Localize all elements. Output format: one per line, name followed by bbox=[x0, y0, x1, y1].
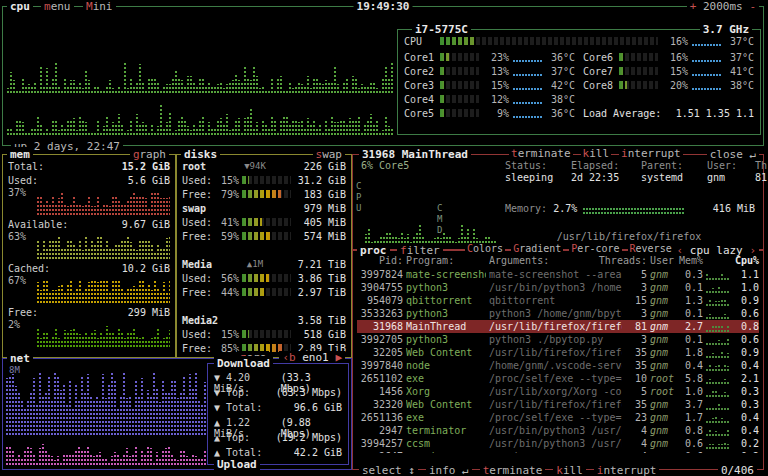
program-cell: mate-screensho bbox=[406, 268, 486, 281]
process-row[interactable]: 2647compizcompiz4gnm0.60.2 bbox=[357, 450, 759, 453]
interval-increase-button[interactable]: + bbox=[690, 0, 697, 13]
process-row[interactable]: 32320Web Content/usr/lib/firefox/firefox… bbox=[357, 398, 759, 411]
info-button[interactable]: info ↵ bbox=[426, 464, 472, 476]
process-row[interactable]: 1456Xorg/usr/lib/xorg/Xorg -core :0 -5ro… bbox=[357, 385, 759, 398]
disk-free-label: Free: bbox=[182, 189, 212, 200]
pid-cell: 32320 bbox=[357, 398, 403, 411]
user-header[interactable]: User: bbox=[650, 254, 676, 267]
footer-interrupt-button[interactable]: interrupt bbox=[594, 464, 660, 476]
core-row: Core1 23% 36°C bbox=[404, 50, 575, 64]
program-header[interactable]: Program: bbox=[406, 254, 486, 267]
row-cpu-graph bbox=[706, 361, 730, 371]
cpu-model: i7-5775C bbox=[412, 22, 471, 37]
mem-header[interactable]: Mem% bbox=[679, 254, 703, 267]
program-cell: python3 bbox=[406, 333, 486, 346]
threads-cell: 4 bbox=[625, 437, 647, 450]
net-stat-row: ▲ Top:(19.2 Mbps) bbox=[214, 432, 342, 447]
user-cell: gnm bbox=[650, 359, 676, 372]
pid-cell: 32205 bbox=[357, 346, 403, 359]
mem-stat-percent: 37% bbox=[8, 187, 34, 217]
process-row[interactable]: 3992705python3python3 ./bpytop.py3gnm0.1… bbox=[357, 333, 759, 346]
detail-info-grid: Status: Elapsed: Parent: User: Threads: … bbox=[505, 160, 755, 183]
disk-used-meter bbox=[242, 274, 291, 282]
threads-cell: 10 bbox=[625, 372, 647, 385]
mem-box-title: mem bbox=[7, 147, 33, 162]
disk-used-value: 405 MiB bbox=[294, 217, 346, 228]
mem-stat-value: 9.67 GiB bbox=[122, 219, 170, 230]
process-row[interactable]: 954079qbittorrentqbittorrent15gnm1.30.9 bbox=[357, 294, 759, 307]
per-core-option[interactable]: Per-core bbox=[569, 243, 621, 254]
mem-graph-toggle[interactable]: graph bbox=[130, 147, 169, 162]
process-row[interactable]: 3904755python3/usr/bin/python3 /home/gnm… bbox=[357, 281, 759, 294]
cpu-box-title: cpu bbox=[7, 0, 33, 14]
disk-used-value: 518 GiB bbox=[294, 329, 346, 340]
reverse-option[interactable]: Reverse bbox=[628, 243, 674, 254]
mem-stat-percent: 2% bbox=[8, 319, 34, 349]
process-row-selected[interactable]: 31968MainThread/usr/lib/firefox/firefox8… bbox=[357, 320, 759, 333]
gradient-option[interactable]: Gradient bbox=[511, 243, 563, 254]
detail-memory-label: Memory: bbox=[505, 203, 547, 214]
cpu-cell: 0.6 bbox=[733, 307, 759, 320]
program-cell: python3 bbox=[406, 281, 486, 294]
detail-header: Parent: bbox=[641, 160, 699, 171]
core-temp: 38°C bbox=[726, 80, 754, 91]
disk-free-label: Free: bbox=[182, 287, 212, 298]
process-row[interactable]: 3533263python3python3 /home/gnm/bpytop/b… bbox=[357, 307, 759, 320]
disk-used-value: 3.86 TiB bbox=[294, 273, 346, 284]
select-button[interactable]: select ↕ bbox=[359, 464, 418, 476]
process-row[interactable]: 2651136exe/proc/self/exe --type=rendere2… bbox=[357, 411, 759, 424]
process-row[interactable]: 2651102exe/proc/self/exe --type=gpu-pro1… bbox=[357, 372, 759, 385]
user-cell: gnm bbox=[650, 398, 676, 411]
cpu-vertical-label: CPU bbox=[356, 181, 364, 214]
interval-decrease-button[interactable]: - bbox=[749, 0, 756, 13]
pid-header[interactable]: Pid: bbox=[357, 254, 403, 267]
process-row[interactable]: 32205Web Content/usr/lib/firefox/firefox… bbox=[357, 346, 759, 359]
core-temp-graph bbox=[692, 67, 722, 76]
process-row[interactable]: 3997824mate-screenshomate-screenshot --a… bbox=[357, 268, 759, 281]
disk-free-value: 183 GiB bbox=[294, 189, 346, 200]
footer-kill-button[interactable]: kill bbox=[553, 464, 586, 476]
core-temp-graph bbox=[692, 53, 722, 62]
mem-stat-label: Cached: bbox=[8, 263, 50, 274]
net-stat-row: ▼ 4.20 MiB/s(33.3 Mbps) bbox=[214, 372, 342, 387]
detail-header: User: bbox=[707, 160, 747, 171]
footer-terminate-button[interactable]: terminate bbox=[480, 464, 546, 476]
user-cell: gnm bbox=[650, 294, 676, 307]
mini-mode-button[interactable]: Mini bbox=[83, 0, 116, 14]
disks-swap-toggle[interactable]: swap bbox=[313, 147, 346, 162]
colors-option[interactable]: Colors bbox=[465, 243, 505, 254]
core-label: Core6 bbox=[583, 52, 615, 63]
disk-total: 226 GiB bbox=[304, 161, 346, 172]
detail-value: 2d 22:35 bbox=[571, 172, 633, 183]
user-cell: gnm bbox=[650, 268, 676, 281]
disk-io-activity: ▼94K bbox=[244, 161, 266, 171]
disk-used-label: Used: bbox=[182, 217, 212, 228]
core-temp-graph bbox=[513, 95, 543, 104]
user-cell: gnm bbox=[650, 281, 676, 294]
cpu-cell: 0.6 bbox=[733, 333, 759, 346]
process-row[interactable]: 3994257ccsm/usr/bin/python3 /usr/bin/ccs… bbox=[357, 437, 759, 450]
cpu-cell: 0.9 bbox=[733, 294, 759, 307]
core-temp: 38°C bbox=[547, 94, 575, 105]
program-cell: terminator bbox=[406, 424, 486, 437]
terminate-button[interactable]: terminate bbox=[509, 147, 573, 160]
user-cell: gnm bbox=[650, 333, 676, 346]
process-list[interactable]: 3997824mate-screenshomate-screenshot --a… bbox=[357, 268, 759, 453]
core-label: Core5 bbox=[404, 108, 436, 119]
interrupt-button[interactable]: interrupt bbox=[619, 147, 683, 160]
core-column-left: Core1 23% 36°C Core2 13% 37°C Co bbox=[404, 50, 575, 120]
user-cell: root bbox=[650, 372, 676, 385]
kill-button[interactable]: kill bbox=[581, 147, 612, 160]
cpu-header[interactable]: Cpu% bbox=[733, 254, 759, 267]
mem-stat-value: 299 MiB bbox=[128, 307, 170, 318]
process-row[interactable]: 2947terminator/usr/bin/python3 /usr/bin/… bbox=[357, 424, 759, 437]
menu-button[interactable]: menu bbox=[41, 0, 74, 14]
threads-cell: 15 bbox=[625, 294, 647, 307]
cpu-cell: 0.4 bbox=[733, 411, 759, 424]
args-cell: python3 ./bpytop.py bbox=[489, 333, 622, 346]
disk-free-percent: 44% bbox=[215, 287, 239, 298]
process-row[interactable]: 3997840node/home/gnm/.vscode-server/bin/… bbox=[357, 359, 759, 372]
threads-header[interactable]: Threads: bbox=[599, 254, 647, 267]
core-label: Core8 bbox=[583, 80, 615, 91]
program-cell: compiz bbox=[406, 450, 486, 453]
